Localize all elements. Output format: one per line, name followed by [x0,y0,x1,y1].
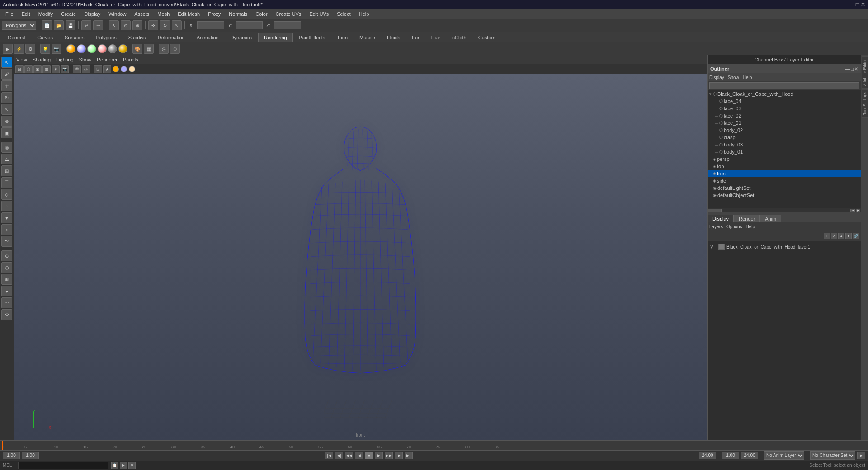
light-color-2[interactable] [121,66,127,72]
universal-tool[interactable]: ⊕ [1,116,12,127]
y-coord-input[interactable] [236,21,263,29]
outliner-min[interactable]: — [845,66,850,71]
vp-select-mask-btn[interactable]: ⊞ [15,65,24,73]
layer-link-btn[interactable]: 🔗 [853,233,859,239]
mat-editor-btn[interactable]: 🎨 [132,44,142,54]
vp-camera-btn[interactable]: 📷 [61,65,69,73]
outliner-hscroll-thumb[interactable] [708,209,722,212]
ambient-light-icon[interactable] [66,44,75,53]
soft-mod-tool[interactable]: ◎ [1,142,12,153]
tab-painteffects[interactable]: PaintEffects [293,33,331,42]
jiggle-tool[interactable]: 〰 [1,297,12,308]
tab-fluids[interactable]: Fluids [381,33,406,42]
vp-wireframe-btn[interactable]: ⬡ [24,65,33,73]
vp-bookmark-btn[interactable]: ★ [103,65,111,73]
go-end-btn[interactable]: ▶| [405,452,413,459]
range-end-field[interactable] [741,452,758,459]
spot-light-icon[interactable] [98,44,107,53]
tab-polygons[interactable]: Polygons [90,33,122,42]
flare-tool[interactable]: ◇ [1,189,12,200]
show-manip-tool[interactable]: ▣ [1,127,12,138]
wrinkle-tool[interactable]: ≋ [1,274,12,285]
stop-btn[interactable]: ■ [365,452,373,459]
menu-create[interactable]: Create [57,10,80,18]
rotate-btn[interactable]: ↻ [160,20,170,30]
layer-add-btn[interactable]: + [824,233,830,239]
outliner-hscroll-track[interactable] [722,208,850,212]
tab-rendering[interactable]: Rendering [258,33,293,42]
viewport-canvas[interactable]: X Y front [14,74,707,440]
layer-move-down-btn[interactable]: ▼ [845,233,852,239]
menu-editmesh[interactable]: Edit Mesh [174,10,203,18]
scale-btn[interactable]: ⤡ [172,20,182,30]
bend-tool[interactable]: ⌒ [1,177,12,188]
param-tool[interactable]: ⊙ [1,250,12,261]
current-frame-field[interactable]: 1.00 [22,452,39,459]
light-color-3[interactable] [129,66,135,72]
tree-item-lace01[interactable]: — ⬡ lace_01 [708,119,861,127]
layer-color-swatch[interactable] [718,244,725,250]
render-btn[interactable]: ▶ [3,44,13,54]
tree-item-side[interactable]: ◈ side [708,177,861,184]
menu-edit[interactable]: Edit [18,10,34,18]
go-start-btn[interactable]: |◀ [325,452,333,459]
tree-item-lace03[interactable]: — ⬡ lace_03 [708,105,861,112]
tree-item-root[interactable]: ▼ ⬡ Black_Cloak_or_Cape_with_Hood [708,90,861,98]
vp-smooth-btn[interactable]: ◉ [33,65,42,73]
minimize-btn[interactable]: — [849,1,854,8]
tree-item-lace02[interactable]: — ⬡ lace_02 [708,112,861,119]
vp-light-btn[interactable]: ☀ [52,65,60,73]
undo-btn[interactable]: ↩ [81,20,91,30]
volume-light-icon[interactable] [118,44,127,53]
vp-menu-lighting[interactable]: Lighting [56,57,74,62]
menu-normals[interactable]: Normals [225,10,251,18]
tree-item-top[interactable]: ◈ top [708,163,861,170]
tree-item-lace04[interactable]: — ⬡ lace_04 [708,98,861,105]
layer-layers-menu[interactable]: Layers [709,224,723,229]
end-frame-field[interactable]: 24.00 [699,452,716,459]
paint-tool[interactable]: 🖌 [1,69,12,80]
lasso-btn[interactable]: ⊙ [121,20,131,30]
char-set-select[interactable]: No Character Set [810,451,855,460]
move-btn[interactable]: ✛ [148,20,158,30]
tab-ncloth[interactable]: nCloth [446,33,472,42]
light-color-1[interactable] [113,66,119,72]
menu-assets[interactable]: Assets [131,10,153,18]
tool-settings-tab[interactable]: Tool Settings [862,89,868,118]
layer-move-up-btn[interactable]: ▲ [838,233,844,239]
light-btn[interactable]: 💡 [40,44,50,54]
outliner-hscrollbar[interactable]: ◀ ▶ [708,208,861,212]
vp-menu-panels[interactable]: Panels [123,57,138,62]
outliner-scroll-left[interactable]: ◀ [850,209,855,212]
tree-item-defaultobjset[interactable]: ◉ defaultObjectSet [708,192,861,199]
outliner-help[interactable]: Help [743,75,752,80]
tab-toon[interactable]: Toon [331,33,354,42]
menu-file[interactable]: File [2,10,17,18]
redo-btn[interactable]: ↪ [93,20,103,30]
menu-display[interactable]: Display [80,10,104,18]
texture-btn[interactable]: ▦ [144,44,154,54]
next-frame-btn[interactable]: |▶ [395,452,403,459]
directional-light-icon[interactable] [77,44,86,53]
move-tool[interactable]: ✛ [1,80,12,91]
vp-show-hide-btn[interactable]: 👁 [73,65,81,73]
tab-dynamics[interactable]: Dynamics [225,33,258,42]
attr-editor-tab[interactable]: Attribute Editor [862,57,868,89]
vp-menu-view[interactable]: View [16,57,27,62]
tab-muscle[interactable]: Muscle [354,33,381,42]
save-file-btn[interactable]: 💾 [66,20,75,30]
next-key-btn[interactable]: ▶▶ [385,452,393,459]
misc1-btn[interactable]: ◎ [159,44,169,54]
lattice-tool[interactable]: ⊞ [1,165,12,176]
tab-curves[interactable]: Curves [31,33,59,42]
area-light-icon[interactable] [108,44,117,53]
prev-key-btn[interactable]: ◀◀ [345,452,353,459]
playhead[interactable] [2,441,3,450]
tab-fur[interactable]: Fur [406,33,425,42]
sine-tool[interactable]: ≈ [1,201,12,212]
script-field[interactable] [18,462,108,469]
tree-item-front[interactable]: ◈ front [708,170,861,177]
x-coord-input[interactable] [197,21,224,29]
tree-item-clasp[interactable]: — ⬡ clasp [708,134,861,141]
script-btn1[interactable]: 📋 [111,462,118,469]
